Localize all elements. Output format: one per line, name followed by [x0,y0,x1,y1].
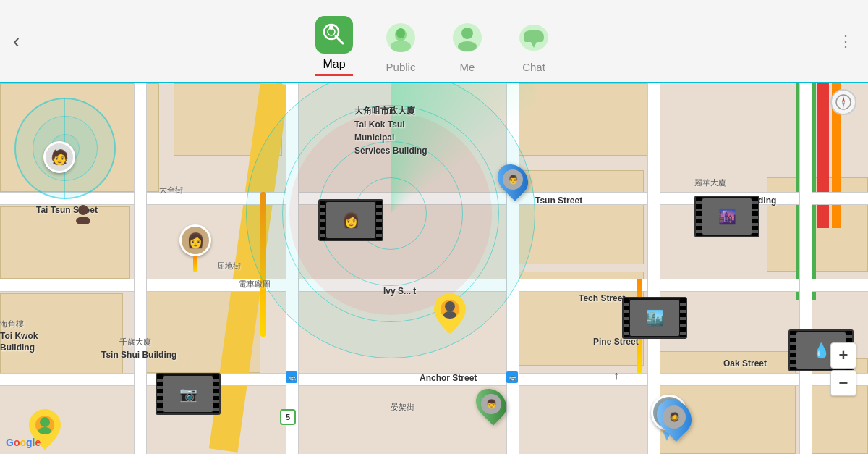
svg-marker-13 [842,96,845,102]
svg-line-2 [336,36,343,43]
tab-me[interactable]: Me [448,19,486,76]
building-block [514,170,644,264]
street-horizontal [0,373,868,386]
person-icon-2 [72,203,94,227]
road-badge-5: 5 [280,409,296,425]
avatar-1: 🧑 [43,141,75,173]
tab-public-label: Public [386,61,416,73]
svg-point-21 [40,417,50,427]
road-marker [260,192,266,337]
svg-point-15 [78,205,88,215]
film-strip-3[interactable]: 🌆 [694,196,760,237]
street-horizontal [0,279,868,292]
tab-map-label: Map [323,58,345,71]
film-strip-1[interactable]: 📷 [156,373,221,415]
public-tab-icon [382,19,420,56]
road-red [817,83,829,228]
building-block [0,206,130,279]
svg-point-16 [76,217,90,224]
film-inner-2: 👩 [326,202,375,238]
street-vertical [134,83,147,454]
back-button[interactable]: ‹ [13,30,20,53]
me-tab-icon [448,19,486,56]
arrow-up: ↑ [613,369,619,382]
map-area[interactable]: 大角咀市政大廈 Tai Kok Tsui Municipal Services … [0,83,868,454]
svg-point-6 [391,41,411,52]
svg-point-7 [396,28,405,38]
film-strip-2[interactable]: 👩 [318,199,383,241]
film-inner-4: 🏙️ [630,300,679,336]
compass-icon[interactable] [830,89,856,115]
svg-point-22 [38,427,51,434]
svg-point-18 [445,301,455,311]
street-vertical [799,83,812,454]
person-pin-3[interactable]: 👩 [179,224,211,272]
tab-me-label: Me [460,61,475,73]
current-user-pin[interactable] [434,293,466,337]
chat-tab-icon [515,19,553,56]
person-pin-7[interactable]: 🧔 [658,398,690,436]
bus-stop-icon: 🚌 [286,371,297,383]
zoom-in-button[interactable]: + [830,342,856,369]
tab-chat-label: Chat [522,61,545,73]
tab-map[interactable]: Map [315,16,353,76]
svg-point-9 [461,28,473,39]
more-button[interactable]: ⋮ [838,32,855,51]
street-vertical [506,83,519,454]
avatar-3: 👩 [179,224,211,256]
street-vertical [286,83,299,454]
top-navigation: ‹ Map [0,0,868,83]
svg-point-3 [329,25,333,30]
film-inner-1: 📷 [163,376,213,412]
building-block [514,83,658,156]
bus-stop-icon: 🚌 [506,371,518,383]
svg-marker-14 [842,102,845,108]
person-pin-4[interactable]: 👨 [499,163,527,196]
tab-chat[interactable]: Chat [515,19,553,76]
film-strip-4[interactable]: 🏙️ [622,297,687,339]
person-pin-1[interactable]: 🧑 [43,141,75,173]
avatar-5: 👦 [481,394,501,414]
film-inner-3: 🌆 [702,198,752,235]
pin-stick-3 [193,256,197,272]
zoom-out-button[interactable]: − [830,370,856,396]
avatar-7: 🧔 [663,405,686,429]
google-logo: Google [6,437,41,448]
person-pin-5[interactable]: 👦 [477,387,505,421]
building-block [0,293,123,380]
nav-tabs: Map Public Me [315,0,553,82]
svg-point-19 [443,311,456,319]
zoom-controls: + − [830,342,856,396]
avatar-4: 👨 [503,169,523,190]
svg-point-10 [458,41,477,51]
map-tab-icon [315,16,353,54]
tab-public[interactable]: Public [382,19,420,76]
